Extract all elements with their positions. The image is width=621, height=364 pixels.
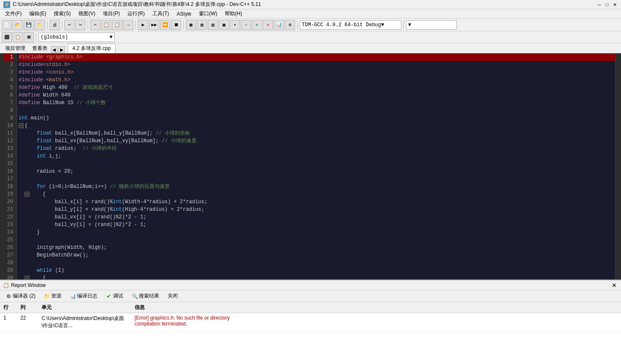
fold-btn-10[interactable]: ─ [19, 123, 24, 128]
minimize-button[interactable]: ─ [596, 2, 602, 8]
report-tab-compiler[interactable]: ⚙ 编译器 (2) [2, 291, 39, 301]
code-editor[interactable]: 1 2 3 4 5 6 7 8 9 10 11 12 13 14 15 16 1… [0, 53, 621, 279]
run-button[interactable]: ▶▶ [149, 20, 159, 30]
undo-button[interactable]: ↩ [64, 20, 75, 30]
fold-btn-30[interactable]: ─ [25, 276, 30, 279]
header-unit: 单元 [38, 303, 131, 312]
toggle-btn5[interactable]: ▪ [230, 20, 240, 30]
compiler-dropdown-arrow: ▼ [381, 22, 384, 28]
toggle-btn4[interactable]: ▩ [219, 20, 229, 30]
compiler-dropdown[interactable]: TDM-GCC 4.9.2 64-bit Debug ▼ [300, 20, 401, 30]
toolbar-sep-1 [47, 21, 47, 29]
code-line-13: float radius; // 小球的半径 [19, 145, 615, 152]
header-info: 信息 [131, 303, 621, 312]
redo-button[interactable]: ↪ [75, 20, 86, 30]
view-btn3[interactable]: 🔳 [24, 32, 34, 42]
compile-button[interactable]: ▶ [138, 20, 148, 30]
main-toolbar: 📄 📂 💾 📁 🖨 ↩ ↪ ✂ 📋 📋 → ▶ ▶▶ ⏩ ⏹ ▦ ▧ ▨ ▩ ▪… [0, 19, 621, 31]
tab-main-file[interactable]: 4.2 多球反弹.cpp [68, 44, 116, 53]
report-tab-debug[interactable]: ✔ 调试 [102, 291, 127, 301]
report-title-bar: 📋 Report Window ✕ [0, 280, 621, 290]
new-button[interactable]: 📄 [2, 20, 12, 30]
code-text[interactable]: #include <graphics.h> #include<stdio.h> … [17, 53, 615, 279]
report-tab-search[interactable]: 🔍 搜索结果 [128, 291, 163, 301]
line-num-9: 9 [3, 114, 13, 122]
title-bar: ⚡ C:\Users\Administrator\Desktop\桌面\作业\C… [0, 0, 621, 9]
view-btn1[interactable]: ⬛ [2, 32, 12, 42]
indent-button[interactable]: → [123, 20, 133, 30]
menu-edit[interactable]: 编辑(E) [26, 9, 50, 18]
print-button[interactable]: 🖨 [50, 20, 60, 30]
menu-tools[interactable]: 工具(T) [149, 9, 172, 18]
config-dropdown[interactable]: ▼ [406, 20, 457, 30]
debug-button[interactable]: ⏩ [160, 20, 170, 30]
toggle-btn3[interactable]: ▨ [208, 20, 218, 30]
copy-button[interactable]: 📋 [101, 20, 111, 30]
check-btn[interactable]: ✔ [252, 20, 262, 30]
close-button[interactable]: ✕ [612, 2, 618, 8]
tab-section-project[interactable]: 项目管理 [2, 44, 29, 53]
open-button[interactable]: 📂 [13, 20, 23, 30]
code-line-5: #define High 480 // 游戏画面尺寸 [19, 84, 615, 91]
secondary-toolbar: ⬛ 📋 🔳 (globals) ▼ [0, 31, 621, 43]
header-row: 行 [0, 303, 17, 312]
tab-next-button[interactable]: ▶ [58, 46, 65, 53]
save-button[interactable]: 💾 [24, 20, 34, 30]
menu-search[interactable]: 搜索(S) [50, 9, 74, 18]
compiler-tab-icon: ⚙ [6, 293, 11, 299]
tab-prev-button[interactable]: ◀ [51, 46, 58, 53]
menu-astyle[interactable]: AStyle [173, 10, 195, 18]
table-row[interactable]: 1 22 C:\Users\Administrator\Desktop\桌面\作… [0, 313, 621, 331]
cut-button[interactable]: ✂ [90, 20, 100, 30]
maximize-button[interactable]: □ [604, 2, 610, 8]
line-num-13: 13 [3, 145, 13, 152]
menu-view[interactable]: 视图(V) [75, 9, 99, 18]
code-line-24: } [19, 229, 615, 236]
report-title-text: Report Window [11, 282, 46, 288]
scope-dropdown[interactable]: (globals) ▼ [39, 33, 115, 42]
toggle-btn1[interactable]: ▦ [186, 20, 196, 30]
report-tab-compile-log[interactable]: 📊 编译日志 [66, 291, 101, 301]
tab-bar: 项目管理 查看类 ◀ ▶ 4.2 多球反弹.cpp [0, 43, 621, 53]
menu-file[interactable]: 文件(F) [2, 9, 25, 18]
class-view-label: 查看类 [32, 45, 47, 52]
report-table-header: 行 列 单元 信息 [0, 302, 621, 313]
report-close-button[interactable]: ✕ [610, 281, 618, 290]
menu-window[interactable]: 窗口(W) [196, 9, 221, 18]
menu-help[interactable]: 帮助(H) [221, 9, 246, 18]
toolbar-sep-6 [297, 21, 298, 29]
tab-section-class[interactable]: 查看类 [29, 44, 51, 53]
fold-btn-19[interactable]: ─ [25, 192, 30, 197]
editor-scrollbar[interactable] [615, 53, 621, 279]
chart-btn[interactable]: 📊 [274, 20, 284, 30]
save-project-button[interactable]: 📁 [35, 20, 45, 30]
toggle-btn2[interactable]: ▧ [197, 20, 207, 30]
line-num-25: 25 [3, 236, 13, 244]
line-numbers: 1 2 3 4 5 6 7 8 9 10 11 12 13 14 15 16 1… [0, 53, 17, 279]
code-line-29: while (1) [19, 267, 615, 274]
line-num-23: 23 [3, 221, 13, 229]
code-line-15 [19, 160, 615, 168]
scope-dropdown-arrow: ▼ [110, 34, 113, 40]
gear-btn[interactable]: ⚙ [285, 20, 295, 30]
header-col: 列 [17, 303, 38, 312]
compiler-dropdown-value: TDM-GCC 4.9.2 64-bit Debug [302, 22, 381, 28]
code-line-3: #include <conio.h> [19, 69, 615, 76]
toolbar-sep-7 [403, 21, 404, 29]
toolbar-sep-3 [88, 21, 88, 29]
paste-button[interactable]: 📋 [112, 20, 122, 30]
menu-project[interactable]: 项目(P) [99, 9, 123, 18]
toggle-btn6[interactable]: ▫ [241, 20, 251, 30]
menu-run[interactable]: 运行(R) [124, 9, 148, 18]
view-btn2[interactable]: 📋 [13, 32, 23, 42]
line-num-14: 14 [3, 152, 13, 160]
report-tab-resources[interactable]: 📁 资源 [40, 291, 65, 301]
app-icon: ⚡ [3, 1, 10, 8]
x-btn[interactable]: ✕ [263, 20, 273, 30]
report-tab-close[interactable]: 关闭 [164, 291, 182, 301]
cell-col-num: 22 [17, 314, 38, 330]
report-content: 行 列 单元 信息 1 22 C:\Users\Administrator\De… [0, 302, 621, 364]
code-line-8 [19, 107, 615, 114]
toolbar-sep-5 [183, 21, 184, 29]
stop-button[interactable]: ⏹ [171, 20, 181, 30]
